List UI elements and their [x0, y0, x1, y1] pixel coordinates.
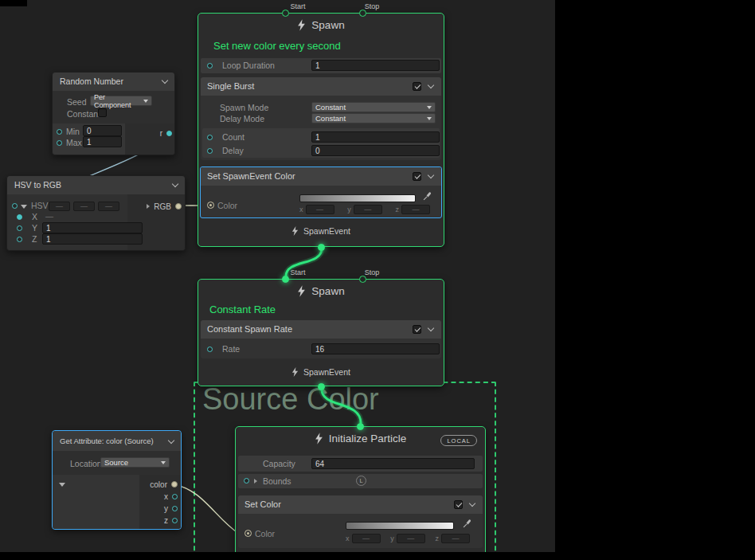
spawnevent-out-port[interactable]	[318, 244, 325, 251]
spawn-context-color[interactable]: Start Stop Spawn Set new color every sec…	[198, 13, 444, 247]
y-component-field[interactable]: —	[354, 205, 382, 214]
block-collapse-icon[interactable]	[469, 501, 475, 507]
set-spawnevent-color-header[interactable]: Set SpawnEvent Color	[201, 167, 441, 186]
set-spawnevent-color-block[interactable]: Set SpawnEvent Color Color x— y— z—	[200, 166, 442, 218]
set-color-header[interactable]: Set Color	[238, 495, 483, 514]
set-color-checkbox[interactable]	[454, 500, 463, 509]
z-field[interactable]: 1	[42, 233, 143, 245]
collapse-icon[interactable]	[168, 438, 174, 444]
constant-spawn-rate-block[interactable]: Constant Spawn Rate Rate 16	[201, 320, 441, 358]
color-field[interactable]	[299, 194, 416, 202]
stop-flow-port[interactable]	[359, 276, 366, 283]
hsv-x-field[interactable]: —	[49, 202, 70, 211]
color-input-port[interactable]	[207, 202, 214, 209]
random-output-port[interactable]	[166, 131, 172, 136]
y-input-port[interactable]	[17, 225, 22, 231]
z-component-field[interactable]: —	[441, 534, 470, 543]
eyedropper-icon[interactable]	[423, 192, 432, 201]
black-side-panel	[555, 0, 755, 560]
delay-mode-dropdown[interactable]: Constant	[311, 113, 436, 123]
max-port[interactable]	[57, 140, 62, 146]
rate-label: Rate	[222, 344, 240, 354]
collapse-icon[interactable]	[172, 182, 178, 188]
y-output-port[interactable]	[172, 506, 178, 511]
node-titlebar[interactable]: HSV to RGB	[7, 176, 185, 194]
min-field[interactable]: 0	[83, 125, 122, 136]
rate-field[interactable]: 16	[311, 343, 440, 354]
hsv-z-field[interactable]: —	[98, 202, 119, 211]
bounds-port[interactable]	[244, 478, 249, 484]
vfx-graph-canvas[interactable]: Source Color Start Stop Spawn Set new co…	[0, 0, 755, 560]
z-output-port[interactable]	[172, 518, 178, 523]
constant-checkbox[interactable]	[98, 108, 107, 117]
color-field[interactable]	[346, 522, 454, 530]
color-input-port[interactable]	[244, 530, 252, 537]
loop-duration-port[interactable]	[207, 63, 213, 69]
seed-dropdown[interactable]: Per Component	[90, 96, 152, 106]
x-component-field[interactable]: —	[306, 205, 334, 214]
stop-flow-port[interactable]	[359, 10, 366, 17]
x-value: —	[45, 212, 53, 221]
spawn-context-rate[interactable]: Start Stop Spawn Constant Rate Constant …	[198, 279, 444, 386]
delay-port[interactable]	[207, 148, 213, 154]
delay-field[interactable]: 0	[311, 145, 440, 156]
spawnevent-out-port[interactable]	[318, 383, 325, 390]
location-label: Location	[70, 459, 102, 468]
collapse-icon[interactable]	[162, 78, 168, 84]
color-output-port[interactable]	[171, 481, 178, 488]
start-flow-port[interactable]	[282, 276, 289, 283]
single-burst-header[interactable]: Single Burst	[201, 77, 441, 96]
block-collapse-icon[interactable]	[428, 326, 434, 332]
hsv-to-rgb-node[interactable]: HSV to RGB HSV — — — RGB X — Y 1 Z 1	[6, 175, 186, 251]
single-burst-block[interactable]: Single Burst Spawn Mode Constant Delay M…	[201, 77, 441, 160]
dropdown-arrow-icon	[143, 100, 148, 103]
node-titlebar[interactable]: Get Attribute: color (Source)	[53, 431, 181, 451]
max-field[interactable]: 1	[83, 136, 122, 147]
eyedropper-icon[interactable]	[463, 519, 471, 528]
loop-duration-field[interactable]: 1	[311, 60, 440, 71]
seed-label: Seed	[67, 97, 87, 107]
node-titlebar[interactable]: Random Number	[53, 72, 174, 91]
z-component-field[interactable]: —	[401, 205, 430, 214]
x-component-field[interactable]: —	[352, 534, 381, 543]
count-field[interactable]: 1	[311, 131, 440, 143]
set-spawnevent-color-checkbox[interactable]	[413, 172, 421, 181]
flow-in-port[interactable]	[357, 423, 364, 430]
color-output-label: color	[150, 480, 167, 489]
block-title: Set SpawnEvent Color	[207, 171, 295, 181]
single-burst-collapse-icon[interactable]	[428, 83, 434, 89]
constant-label: Constant	[67, 109, 100, 119]
expand-down-icon[interactable]	[21, 205, 27, 209]
hsv-y-field[interactable]: —	[73, 202, 95, 211]
expand-right-icon[interactable]	[254, 479, 257, 484]
output-label: r	[160, 129, 162, 138]
get-attribute-node[interactable]: Get Attribute: color (Source) Location S…	[52, 430, 182, 530]
edge-attribute-to-color[interactable]	[174, 484, 239, 534]
count-port[interactable]	[207, 135, 213, 140]
x-output-port[interactable]	[172, 494, 178, 499]
rate-port[interactable]	[207, 347, 213, 352]
capacity-row: Capacity 64	[238, 456, 483, 472]
block-header[interactable]: Constant Spawn Rate	[201, 320, 441, 339]
spawn-mode-dropdown[interactable]: Constant	[311, 102, 436, 112]
single-burst-checkbox[interactable]	[413, 82, 421, 91]
location-dropdown[interactable]: Source	[100, 457, 170, 468]
random-number-node[interactable]: Random Number Seed Per Component Constan…	[52, 72, 175, 155]
start-flow-port[interactable]	[282, 10, 289, 17]
constant-spawn-rate-checkbox[interactable]	[413, 325, 421, 334]
expand-right-icon[interactable]	[147, 204, 150, 209]
min-port[interactable]	[57, 129, 62, 135]
block-collapse-icon[interactable]	[428, 173, 434, 179]
rgb-output-port[interactable]	[175, 203, 182, 210]
y-field[interactable]: 1	[42, 222, 143, 233]
x-input-port[interactable]	[17, 214, 22, 220]
z-input-port[interactable]	[17, 237, 22, 242]
initialize-particle-context[interactable]: Initialize Particle LOCAL Capacity 64 Bo…	[235, 426, 486, 560]
y-component-field[interactable]: —	[397, 534, 425, 543]
z-output-row: z	[164, 515, 178, 526]
capacity-field[interactable]: 64	[311, 458, 475, 469]
hsv-input-port[interactable]	[12, 203, 18, 209]
set-color-block[interactable]: Set Color Color x— y— z—	[238, 495, 483, 548]
x-axis-label: x	[346, 535, 350, 542]
expand-down-icon[interactable]	[59, 483, 65, 487]
